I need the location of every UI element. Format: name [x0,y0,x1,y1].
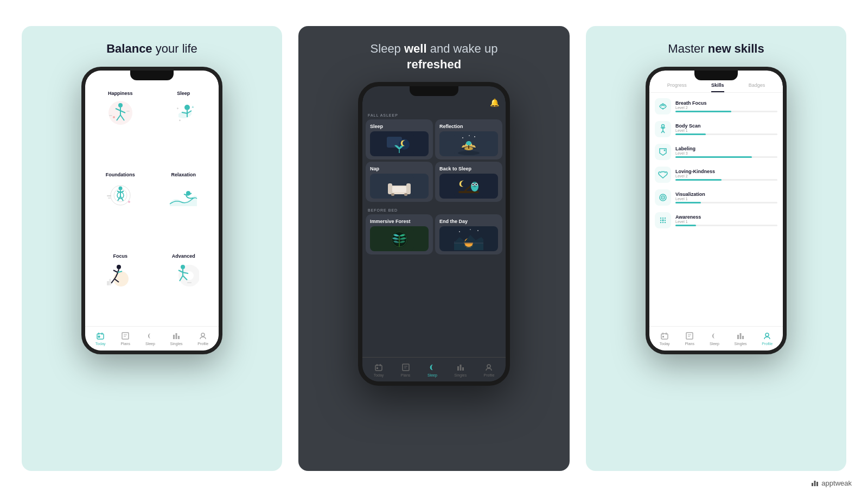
sleep-card-reflection[interactable]: Reflection [435,119,502,160]
tab-progress[interactable]: Progress [667,82,687,92]
svg-rect-75 [391,193,394,196]
skill-bar-bg-visualization [675,202,777,203]
skill-item-body-scan[interactable]: Body Scan Level 1 [649,118,783,141]
nav-profile-left[interactable]: Profile [197,331,208,346]
bell-icon[interactable]: 🔔 [490,98,499,107]
skill-level-breath-focus: Level 2 [675,106,777,110]
phone-right-notch [694,71,738,80]
sleep-card-forest[interactable]: Immersive Forest [366,214,433,254]
svg-line-34 [113,270,118,272]
grid-cell-foundations[interactable]: Foundations [91,167,150,243]
watermark: apptweak [810,479,852,487]
tab-badges[interactable]: Badges [749,82,765,92]
grid-cell-advanced[interactable]: Advanced [155,248,213,324]
sleep-card-end-day[interactable]: End the Day [435,214,502,254]
svg-line-116 [663,131,665,133]
plans-icon-center [401,362,411,372]
skill-bar-fill-labeling [675,156,752,158]
skill-bar-fill-breath-focus [675,111,731,112]
nav-singles-left[interactable]: Singles [170,331,183,346]
svg-rect-38 [107,281,109,285]
nav-sleep-label-center: Sleep [427,373,437,377]
today-icon-left [95,331,105,341]
svg-rect-52 [122,333,129,339]
focus-illustration [104,261,137,291]
sleep-card-reflection-img [439,131,498,156]
phone-right: Progress Skills Badges [646,67,787,354]
skill-info-loving-kindness: Loving-Kindness Level 2 [675,169,777,181]
svg-point-10 [184,105,190,110]
phone-left-notch [130,71,174,80]
nav-sleep-right[interactable]: Sleep [710,331,719,346]
visualization-icon [655,189,671,206]
skill-name-visualization: Visualization [675,192,777,197]
svg-point-97 [470,229,471,230]
nav-plans-left[interactable]: Plans [120,331,130,346]
skill-item-labeling[interactable]: Labeling Level 3 [649,141,783,163]
tab-skills[interactable]: Skills [711,82,724,92]
grid-cell-happiness[interactable]: Happiness [91,85,150,162]
nav-today-label-left: Today [95,342,106,346]
nav-plans-label-left: Plans [120,342,130,346]
svg-rect-105 [457,366,459,371]
today-icon-center [374,362,384,372]
profile-icon-right [762,331,772,341]
sleep-card-end-day-title: End the Day [439,219,468,224]
sleep-card-nap[interactable]: Nap [366,162,433,202]
svg-rect-101 [376,367,378,369]
skill-item-loving-kindness[interactable]: Loving-Kindness Level 2 [649,163,783,186]
sleep-icon-left [145,331,155,341]
nav-sleep-label-right: Sleep [710,342,719,346]
skill-name-breath-focus: Breath Focus [675,100,777,106]
before-bed-label: BEFORE BED [362,204,403,214]
advanced-illustration [167,261,200,291]
svg-rect-98 [375,365,382,371]
sleep-card-back-to-sleep[interactable]: Back to Sleep [435,162,502,202]
awareness-icon [655,212,671,228]
nav-profile-center[interactable]: Profile [483,362,494,377]
skill-item-visualization[interactable]: Visualization Level 1 [649,186,783,209]
skill-level-visualization: Level 1 [675,197,777,201]
nav-today-left[interactable]: Today [95,331,106,346]
svg-rect-73 [388,183,392,194]
svg-point-125 [662,219,664,221]
svg-rect-143 [816,482,818,486]
nav-singles-center[interactable]: Singles [454,362,467,377]
nav-plans-label-center: Plans [401,373,411,377]
nav-today-center[interactable]: Today [374,362,384,377]
nav-today-right[interactable]: Today [660,331,670,346]
skill-bar-bg-labeling [675,156,777,158]
grid-cell-advanced-title: Advanced [172,253,195,259]
svg-rect-56 [176,333,177,339]
svg-point-58 [201,333,205,336]
svg-point-85 [476,184,477,186]
sleep-card-back-to-sleep-title: Back to Sleep [439,166,471,171]
skill-item-awareness[interactable]: Awareness Level 1 [649,209,783,232]
nav-today-label-right: Today [660,342,670,346]
sleep-card-forest-title: Immersive Forest [370,219,411,224]
sleep-card-sleep[interactable]: Sleep [366,119,433,160]
relaxation-illustration [167,180,200,209]
grid-cell-focus[interactable]: Focus [91,248,150,324]
sleep-card-sleep-title: Sleep [370,124,383,129]
grid-cell-relaxation[interactable]: Relaxation [155,167,213,243]
sleep-icon-right [710,331,719,341]
sleep-icon-center [427,362,437,372]
svg-point-40 [182,268,197,283]
skill-info-breath-focus: Breath Focus Level 2 [675,100,777,112]
nav-plans-right[interactable]: Plans [685,331,694,346]
nav-sleep-left[interactable]: Sleep [145,331,155,346]
nav-profile-label-left: Profile [197,342,208,346]
svg-point-120 [662,197,663,198]
svg-point-84 [473,184,474,186]
nav-profile-right[interactable]: Profile [762,331,773,346]
nav-plans-center[interactable]: Plans [401,362,411,377]
skill-bar-bg-loving-kindness [675,179,777,181]
nav-sleep-center[interactable]: Sleep [427,362,437,377]
svg-rect-78 [454,175,483,197]
grid-cell-sleep[interactable]: Sleep + ✦ ✦ [155,85,213,162]
skill-item-breath-focus[interactable]: Breath Focus Level 2 [649,95,783,118]
phone-center-screen: 🔔 FALL ASLEEP Sleep [362,86,506,381]
nav-singles-right[interactable]: Singles [735,331,747,346]
svg-point-20 [118,187,122,190]
